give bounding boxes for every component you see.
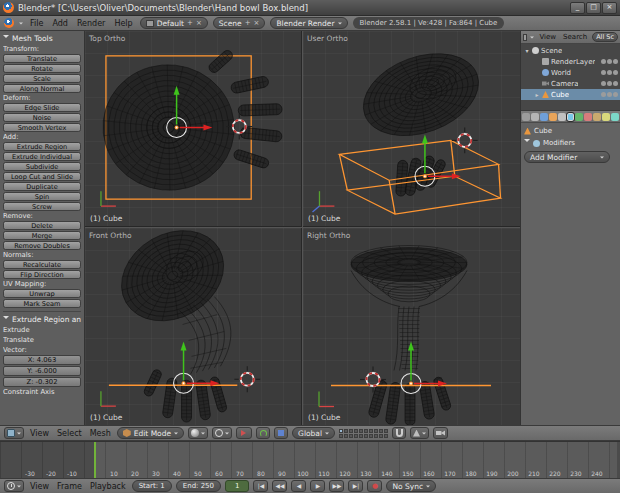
render-engine-selector[interactable]: Blender Render xyxy=(270,17,347,29)
visibility-dot-icon[interactable] xyxy=(601,81,606,86)
timeline-view-menu[interactable]: View xyxy=(28,482,51,491)
tool-button-mark-seam[interactable]: Mark Seam xyxy=(3,299,81,308)
outliner-row-scene[interactable]: ▾Scene xyxy=(521,45,620,56)
select-menu[interactable]: Select xyxy=(55,429,84,438)
outliner-row-camera[interactable]: Camera xyxy=(521,78,620,89)
expand-arrow-icon[interactable]: ▸ xyxy=(534,91,540,98)
layer-toggle[interactable] xyxy=(369,429,373,433)
tool-button-noise[interactable]: Noise xyxy=(3,113,81,122)
outliner-display-selector[interactable]: All Sc xyxy=(592,32,618,42)
add-modifier-button[interactable]: Add Modifier xyxy=(524,151,610,163)
editor-type-selector[interactable] xyxy=(4,427,24,439)
layer-toggle[interactable] xyxy=(349,429,353,433)
tool-button-loop-cut-and-slide[interactable]: Loop Cut and Slide xyxy=(3,172,81,181)
layer-toggle[interactable] xyxy=(344,429,348,433)
tool-button-extrude-individual[interactable]: Extrude Individual xyxy=(3,152,81,161)
viewport-shading-selector[interactable] xyxy=(188,427,208,439)
current-frame-field[interactable]: 1 xyxy=(225,480,249,492)
outliner-row-cube[interactable]: ▸Cube xyxy=(521,89,620,100)
texture-tab-icon[interactable] xyxy=(593,113,601,121)
viewport-user-ortho[interactable]: User Ortho (1) Cube xyxy=(303,31,520,227)
opengl-render-button[interactable] xyxy=(433,427,448,439)
previous-keyframe-button[interactable]: ◀◀ xyxy=(272,480,287,492)
timeline-editor-selector[interactable] xyxy=(4,480,24,492)
visibility-dot-icon[interactable] xyxy=(613,70,618,75)
help-menu[interactable]: Help xyxy=(112,19,134,28)
jump-to-start-button[interactable]: |◀ xyxy=(253,480,268,492)
start-frame-field[interactable]: Start: 1 xyxy=(132,480,172,492)
visibility-dot-icon[interactable] xyxy=(607,70,612,75)
add-layout-icon[interactable]: + xyxy=(187,19,193,27)
expand-arrow-icon[interactable]: ▾ xyxy=(524,47,530,54)
operator-panel-header[interactable]: Extrude Region and xyxy=(3,314,81,325)
timeline[interactable]: -30-20-101020304050607080901001101201301… xyxy=(0,441,620,478)
translate-manipulator-toggle[interactable] xyxy=(236,427,252,439)
visibility-dot-icon[interactable] xyxy=(607,59,612,64)
tool-button-translate[interactable]: Translate xyxy=(3,54,81,63)
layer-toggle[interactable] xyxy=(384,429,388,433)
layer-toggle[interactable] xyxy=(354,429,358,433)
visibility-dot-icon[interactable] xyxy=(601,92,606,97)
render-tab-icon[interactable] xyxy=(522,113,530,121)
physics-tab-icon[interactable] xyxy=(611,113,619,121)
scale-manipulator-toggle[interactable] xyxy=(274,427,288,439)
tool-button-delete[interactable]: Delete xyxy=(3,221,81,230)
tool-button-remove-doubles[interactable]: Remove Doubles xyxy=(3,241,81,250)
layer-toggle[interactable] xyxy=(369,434,373,438)
layer-toggle[interactable] xyxy=(364,429,368,433)
layer-toggle[interactable] xyxy=(354,434,358,438)
layer-toggle[interactable] xyxy=(359,429,363,433)
visibility-dot-icon[interactable] xyxy=(607,92,612,97)
outliner-editor-icon[interactable] xyxy=(523,34,527,41)
jump-to-end-button[interactable]: ▶| xyxy=(348,480,363,492)
tool-button-subdivide[interactable]: Subdivide xyxy=(3,162,81,171)
layer-toggle[interactable] xyxy=(339,429,343,433)
mesh-menu[interactable]: Mesh xyxy=(88,429,113,438)
visibility-dot-icon[interactable] xyxy=(601,59,606,64)
add-menu[interactable]: Add xyxy=(50,19,70,28)
object-tab-icon[interactable] xyxy=(549,113,557,121)
tool-button-merge[interactable]: Merge xyxy=(3,231,81,240)
viewport-front-ortho[interactable]: Front Ortho (1) Cube xyxy=(85,228,302,425)
delete-scene-icon[interactable]: × xyxy=(254,19,260,27)
tool-button-smooth-vertex[interactable]: Smooth Vertex xyxy=(3,123,81,132)
tool-button-spin[interactable]: Spin xyxy=(3,192,81,201)
orientation-selector[interactable]: Global xyxy=(292,427,335,439)
tool-button-duplicate[interactable]: Duplicate xyxy=(3,182,81,191)
info-editor-icon[interactable] xyxy=(4,18,14,28)
vector-x-field[interactable]: X: 4.063 xyxy=(3,355,81,365)
mode-selector[interactable]: Edit Mode xyxy=(117,427,184,439)
viewport-right-ortho[interactable]: Right Ortho (1) Cube xyxy=(303,228,520,425)
visibility-dot-icon[interactable] xyxy=(613,81,618,86)
layer-toggle[interactable] xyxy=(339,434,343,438)
timeline-playback-menu[interactable]: Playback xyxy=(88,482,128,491)
outliner-search-menu[interactable]: Search xyxy=(561,33,589,41)
current-frame-playhead[interactable] xyxy=(94,442,96,478)
add-scene-icon[interactable]: + xyxy=(245,19,251,27)
modifiers-panel-header[interactable]: Modifiers xyxy=(524,137,617,149)
layer-toggle[interactable] xyxy=(374,429,378,433)
play-button[interactable]: ▶ xyxy=(310,480,325,492)
maximize-button[interactable]: □ xyxy=(586,2,601,14)
tool-button-screw[interactable]: Screw xyxy=(3,202,81,211)
modifiers-tab-icon[interactable] xyxy=(567,113,575,121)
vector-y-field[interactable]: Y: -6.000 xyxy=(3,366,81,376)
snap-toggle[interactable] xyxy=(392,427,406,439)
minimize-button[interactable]: _ xyxy=(570,2,585,14)
tool-button-along-normal[interactable]: Along Normal xyxy=(3,84,81,93)
visibility-dot-icon[interactable] xyxy=(613,92,618,97)
play-reverse-button[interactable]: ◀ xyxy=(291,480,306,492)
layer-toggle[interactable] xyxy=(349,434,353,438)
visibility-dot-icon[interactable] xyxy=(613,59,618,64)
scene-selector[interactable]: Scene + × xyxy=(213,17,266,29)
visibility-dot-icon[interactable] xyxy=(601,70,606,75)
next-keyframe-button[interactable]: ▶▶ xyxy=(329,480,344,492)
timeline-frame-menu[interactable]: Frame xyxy=(55,482,84,491)
mesh-tools-panel-header[interactable]: Mesh Tools xyxy=(3,33,81,44)
layer-toggle[interactable] xyxy=(384,434,388,438)
end-frame-field[interactable]: End: 250 xyxy=(176,480,221,492)
data-tab-icon[interactable] xyxy=(575,113,583,121)
screen-layout-selector[interactable]: Default + × xyxy=(140,17,208,29)
outliner-view-menu[interactable]: View xyxy=(537,33,558,41)
tool-button-scale[interactable]: Scale xyxy=(3,74,81,83)
